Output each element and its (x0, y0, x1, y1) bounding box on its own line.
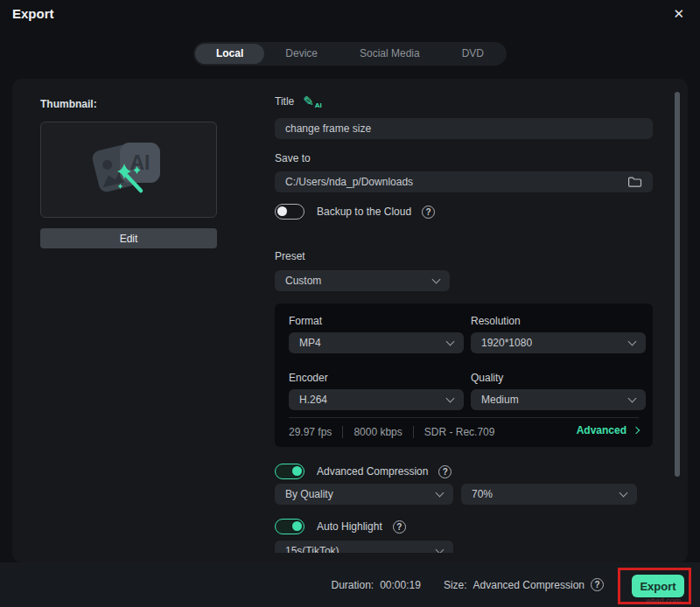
auto-highlight-toggle[interactable] (275, 519, 304, 534)
encoder-label: Encoder (289, 372, 328, 384)
size-help-icon[interactable]: ? (591, 578, 604, 591)
backup-cloud-toggle[interactable] (275, 204, 304, 220)
divider (289, 417, 639, 418)
preset-label: Preset (275, 250, 305, 262)
title-input[interactable]: change frame size (275, 118, 653, 139)
advanced-compression-toggle[interactable] (275, 464, 304, 479)
export-target-tabs: Local Device Social Media DVD (193, 42, 507, 66)
thumbnail-preview[interactable]: AI (40, 122, 217, 218)
quality-label: Quality (471, 372, 503, 384)
ai-title-generator-icon[interactable]: ✎AI (303, 94, 322, 109)
tab-device[interactable]: Device (264, 44, 339, 64)
stream-info: 29.97 fps 8000 kbps SDR - Rec.709 (289, 426, 494, 438)
bitrate-value: 8000 kbps (354, 426, 402, 438)
svg-text:AI: AI (130, 151, 150, 174)
footer-bar: Duration: 00:00:19 Size: Advanced Compre… (0, 562, 700, 607)
color-space-value: SDR - Rec.709 (424, 426, 495, 438)
export-button[interactable]: Export (632, 575, 684, 597)
duration-label: Duration: (331, 579, 374, 591)
fps-value: 29.97 fps (289, 426, 332, 438)
chevron-down-icon (628, 337, 637, 345)
export-settings-panel: Thumbnail: AI Edit Title ✎AI (12, 79, 688, 562)
dialog-title: Export (12, 6, 54, 21)
folder-browse-icon[interactable] (627, 176, 642, 188)
encoder-dropdown[interactable]: H.264 (289, 389, 464, 410)
chevron-down-icon (620, 488, 628, 497)
chevron-down-icon (446, 394, 455, 402)
size-info: Size: Advanced Compression ? (444, 578, 604, 591)
tab-dvd[interactable]: DVD (441, 44, 505, 64)
format-dropdown[interactable]: MP4 (289, 332, 464, 353)
save-to-label: Save to (275, 152, 311, 164)
scrollbar-thumb[interactable] (675, 92, 680, 477)
auto-highlight-label: Auto Highlight (317, 520, 382, 533)
chevron-right-icon (633, 427, 640, 434)
highlight-duration-dropdown[interactable]: 15s(TikTok) (275, 541, 453, 553)
chevron-down-icon (436, 545, 444, 553)
compression-help-icon[interactable]: ? (438, 465, 452, 478)
backup-help-icon[interactable]: ? (422, 206, 435, 219)
preset-dropdown[interactable]: Custom (275, 270, 450, 291)
advanced-settings-link[interactable]: Advanced (577, 424, 639, 436)
settings-column: Title ✎AI change frame size Save to C:/U… (275, 79, 653, 562)
chevron-down-icon (446, 337, 455, 345)
highlight-help-icon[interactable]: ? (393, 520, 406, 534)
duration-info: Duration: 00:00:19 (331, 579, 420, 591)
chevron-down-icon (432, 275, 441, 283)
advanced-compression-label: Advanced Compression (317, 465, 428, 478)
clipped-row: 15s(TikTok) (275, 541, 453, 553)
chevron-down-icon (628, 394, 637, 402)
save-path-input[interactable]: C:/Users/nda_p/Downloads (275, 171, 653, 192)
backup-cloud-label: Backup to the Cloud (317, 206, 411, 218)
size-value: Advanced Compression (473, 579, 584, 591)
ai-thumbnail-icon: AI (81, 132, 176, 207)
thumbnail-label: Thumbnail: (40, 98, 97, 110)
tab-local[interactable]: Local (195, 44, 264, 64)
close-icon[interactable]: ✕ (669, 4, 688, 24)
quality-dropdown[interactable]: Medium (471, 389, 646, 410)
size-label: Size: (444, 579, 467, 591)
compression-mode-dropdown[interactable]: By Quality (275, 484, 453, 505)
chevron-down-icon (436, 488, 444, 497)
title-label: Title (275, 95, 294, 108)
format-label: Format (289, 315, 322, 327)
watermark-text: wtvid.com (646, 597, 681, 605)
duration-value: 00:00:19 (380, 579, 421, 591)
compression-quality-dropdown[interactable]: 70% (461, 484, 637, 505)
edit-thumbnail-button[interactable]: Edit (40, 228, 217, 248)
resolution-dropdown[interactable]: 1920*1080 (471, 332, 646, 353)
format-settings-group: Format Resolution MP4 1920*1080 Encoder … (275, 304, 653, 447)
resolution-label: Resolution (471, 315, 521, 327)
tab-social-media[interactable]: Social Media (339, 44, 441, 64)
